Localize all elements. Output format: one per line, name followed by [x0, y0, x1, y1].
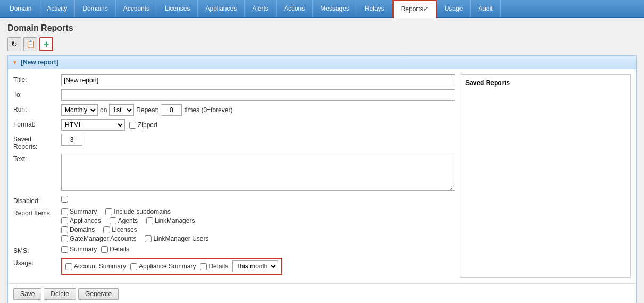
nav-tab-domains[interactable]: Domains: [75, 0, 115, 17]
nav-tab-messages[interactable]: Messages: [313, 0, 357, 17]
this-month-select[interactable]: This month Last month This year Last yea…: [232, 260, 278, 272]
usage-details-checkbox[interactable]: [200, 263, 207, 270]
item-linkmanager-users-checkbox[interactable]: [145, 235, 152, 242]
nav-tab-relays[interactable]: Relays: [357, 0, 392, 17]
item-linkmanager-users-label[interactable]: LinkManager Users: [145, 235, 208, 242]
report-items-label: Report Items:: [13, 208, 61, 217]
sms-details-label[interactable]: Details: [101, 246, 129, 253]
nav-tab-usage[interactable]: Usage: [437, 0, 471, 17]
saved-reports-input[interactable]: [61, 134, 82, 146]
main-content: Domain Reports ↻ 📋 + ▼ [New report] Titl…: [0, 18, 644, 303]
run-label: Run:: [13, 104, 61, 113]
saved-reports-panel-title: Saved Reports: [465, 79, 626, 87]
to-row: To:: [13, 89, 455, 101]
refresh-button[interactable]: ↻: [7, 37, 21, 51]
sms-summary-label[interactable]: Summary: [61, 246, 97, 253]
sms-label: SMS:: [13, 246, 61, 255]
run-frequency-select[interactable]: Daily Weekly Monthly Yearly: [61, 104, 98, 116]
disabled-checkbox[interactable]: [61, 196, 68, 203]
zipped-text: Zipped: [138, 121, 157, 129]
item-linkmanagers-checkbox[interactable]: [146, 217, 153, 224]
nav-tab-appliances[interactable]: Appliances: [198, 0, 245, 17]
usage-appliance-summary-checkbox[interactable]: [130, 263, 137, 270]
title-field: [61, 74, 455, 86]
to-field: [61, 89, 455, 101]
item-gatemanager-checkbox[interactable]: [61, 235, 68, 242]
save-button[interactable]: Save: [13, 288, 41, 300]
copy-icon: 📋: [26, 40, 35, 48]
saved-reports-label: SavedReports:: [13, 134, 61, 150]
repeat-input[interactable]: [161, 104, 182, 116]
saved-reports-field: [61, 134, 455, 146]
usage-field: Account Summary Appliance Summary Detail…: [61, 258, 455, 275]
report-panel: ▼ [New report] Title: To:: [7, 55, 637, 303]
saved-reports-count-row: SavedReports:: [13, 134, 455, 150]
item-gatemanager-label[interactable]: GateManager Accounts: [61, 235, 136, 242]
chevron-icon: ▼: [12, 60, 18, 65]
generate-button[interactable]: Generate: [78, 288, 119, 300]
run-field: Daily Weekly Monthly Yearly on 1st 2nd 3…: [61, 104, 455, 116]
nav-tab-activity[interactable]: Activity: [39, 0, 75, 17]
item-domains-label[interactable]: Domains: [61, 226, 95, 233]
title-input[interactable]: [61, 74, 455, 86]
text-field: [61, 154, 455, 192]
usage-appliance-summary-label[interactable]: Appliance Summary: [130, 263, 196, 270]
zipped-label[interactable]: Zipped: [129, 121, 157, 129]
panel-header-label: [New report]: [21, 58, 58, 66]
item-domains-checkbox[interactable]: [61, 226, 68, 233]
text-input[interactable]: [61, 154, 455, 191]
nav-tab-audit[interactable]: Audit: [471, 0, 500, 17]
zipped-checkbox[interactable]: [129, 122, 136, 129]
usage-account-summary-checkbox[interactable]: [65, 263, 72, 270]
delete-button[interactable]: Delete: [44, 288, 76, 300]
item-appliances-label[interactable]: Appliances: [61, 217, 101, 224]
to-label: To:: [13, 89, 61, 98]
top-nav: DomainActivityDomainsAccountsLicensesApp…: [0, 0, 644, 18]
to-input[interactable]: [61, 89, 455, 101]
times-text: times (0=forever): [184, 106, 232, 114]
item-linkmanagers-label[interactable]: LinkManagers: [146, 217, 195, 224]
text-row: Text:: [13, 154, 455, 192]
format-row: Format: HTML PDF CSV Zipped: [13, 119, 455, 131]
run-row: Run: Daily Weekly Monthly Yearly on 1: [13, 104, 455, 116]
nav-tab-actions[interactable]: Actions: [277, 0, 313, 17]
nav-tab-domain[interactable]: Domain: [2, 0, 39, 17]
usage-label: Usage:: [13, 258, 61, 267]
add-report-button[interactable]: +: [39, 37, 53, 51]
repeat-label: Repeat:: [136, 106, 158, 114]
item-licenses-label[interactable]: Licenses: [103, 226, 137, 233]
toolbar: ↻ 📋 +: [7, 37, 637, 51]
refresh-icon: ↻: [11, 40, 18, 48]
form-area: Title: To: Run:: [13, 74, 455, 278]
usage-details-label[interactable]: Details: [200, 263, 228, 270]
nav-tab-reports[interactable]: Reports✓: [392, 0, 437, 18]
item-summary-label[interactable]: Summary: [61, 208, 97, 215]
run-day-select[interactable]: 1st 2nd 3rd 4th 5th: [109, 104, 134, 116]
report-items-field: Summary Include subdomains A: [61, 208, 455, 242]
saved-reports-panel: Saved Reports: [461, 74, 631, 278]
copy-button[interactable]: 📋: [23, 37, 37, 51]
item-agents-label[interactable]: Agents: [110, 217, 138, 224]
panel-body: Title: To: Run:: [8, 69, 636, 283]
disabled-field: [61, 196, 455, 204]
item-agents-checkbox[interactable]: [110, 217, 116, 224]
title-row: Title:: [13, 74, 455, 86]
usage-box: Account Summary Appliance Summary Detail…: [61, 258, 282, 275]
sms-summary-checkbox[interactable]: [61, 246, 68, 253]
item-summary-checkbox[interactable]: [61, 208, 68, 215]
item-include-subdomains-label[interactable]: Include subdomains: [105, 208, 171, 215]
item-licenses-checkbox[interactable]: [103, 226, 110, 233]
on-text: on: [100, 106, 107, 114]
nav-tab-accounts[interactable]: Accounts: [116, 0, 157, 17]
bottom-buttons: Save Delete Generate: [8, 283, 636, 303]
item-appliances-checkbox[interactable]: [61, 217, 68, 224]
item-include-subdomains-checkbox[interactable]: [105, 208, 112, 215]
nav-tab-alerts[interactable]: Alerts: [245, 0, 277, 17]
text-label: Text:: [13, 154, 61, 163]
sms-details-checkbox[interactable]: [101, 246, 108, 253]
format-select[interactable]: HTML PDF CSV: [61, 119, 125, 131]
disabled-label: Disabled:: [13, 196, 61, 205]
nav-tab-licenses[interactable]: Licenses: [157, 0, 198, 17]
usage-account-summary-label[interactable]: Account Summary: [65, 263, 126, 270]
disabled-row: Disabled:: [13, 196, 455, 205]
